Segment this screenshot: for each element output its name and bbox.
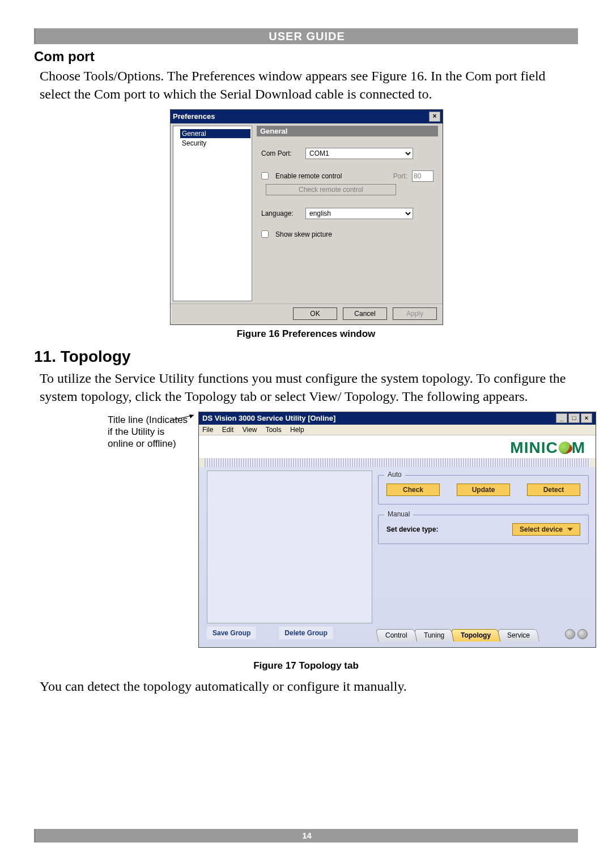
select-device-button[interactable]: Select device — [512, 523, 580, 536]
port-field — [412, 170, 434, 182]
show-skew-checkbox[interactable] — [261, 230, 269, 238]
enable-remote-checkbox[interactable] — [261, 172, 269, 179]
figure-16-caption: Figure 16 Preferences window — [34, 328, 578, 340]
brand-globe-icon — [559, 442, 571, 454]
enable-remote-label: Enable remote control — [275, 172, 342, 180]
auto-legend: Auto — [384, 471, 405, 478]
decoration-stripes — [205, 458, 590, 467]
menubar[interactable]: File Edit View Tools Help — [199, 425, 596, 435]
auto-group: Auto Check Update Detect — [378, 475, 589, 504]
topology-tree-pane[interactable] — [207, 471, 372, 623]
tab-tuning[interactable]: Tuning — [414, 629, 454, 642]
para-com-port: Choose Tools/Options. The Preferences wi… — [40, 67, 572, 104]
menu-view[interactable]: View — [243, 426, 257, 434]
apply-button: Apply — [393, 307, 437, 320]
tab-topology[interactable]: Topology — [451, 629, 501, 642]
set-device-label: Set device type: — [386, 525, 438, 533]
manual-group: Manual Set device type: Select device — [378, 515, 589, 544]
tab-strip: Control Tuning Topology Service — [377, 629, 538, 642]
manual-legend: Manual — [384, 510, 413, 518]
topology-titlebar[interactable]: DS Vision 3000 Service Utility [Online] … — [199, 412, 596, 425]
preferences-title: Preferences — [173, 112, 215, 121]
detect-button[interactable]: Detect — [527, 484, 580, 496]
menu-edit[interactable]: Edit — [222, 426, 234, 434]
heading-topology: 11. Topology — [34, 348, 578, 366]
topology-title: DS Vision 3000 Service Utility [Online] — [202, 414, 335, 422]
preferences-dialog: Preferences × General Security General C… — [170, 109, 443, 325]
close-icon[interactable]: × — [429, 112, 440, 122]
footer-band: 14 — [34, 829, 578, 843]
preferences-tree[interactable]: General Security — [173, 126, 252, 301]
menu-file[interactable]: File — [202, 426, 213, 434]
port-label: Port: — [393, 172, 407, 180]
tree-node-general[interactable]: General — [180, 129, 250, 138]
panel-title-general: General — [257, 126, 438, 136]
check-button[interactable]: Check — [386, 484, 440, 496]
topology-window: DS Vision 3000 Service Utility [Online] … — [198, 412, 596, 648]
tab-service[interactable]: Service — [498, 629, 540, 642]
menu-tools[interactable]: Tools — [266, 426, 282, 434]
menu-help[interactable]: Help — [290, 426, 304, 434]
svg-marker-1 — [189, 414, 194, 418]
callout-title-line: Title line (Indicates if the Utility is … — [108, 414, 193, 450]
com-port-select[interactable]: COM1 — [305, 148, 413, 159]
update-button[interactable]: Update — [457, 484, 510, 496]
com-port-label: Com Port: — [261, 149, 301, 157]
language-label: Language: — [261, 209, 301, 217]
maximize-icon[interactable]: □ — [568, 413, 580, 423]
figure-17-caption: Figure 17 Topology tab — [34, 660, 578, 672]
close-icon[interactable]: × — [581, 413, 592, 423]
header-band: USER GUIDE — [34, 28, 578, 44]
callout-arrow-icon — [170, 413, 198, 424]
tab-control[interactable]: Control — [376, 629, 417, 642]
preferences-titlebar[interactable]: Preferences × — [171, 110, 443, 123]
language-select[interactable]: english — [305, 208, 413, 219]
chevron-down-icon — [567, 528, 573, 531]
show-skew-label: Show skew picture — [275, 230, 332, 238]
minimize-icon[interactable]: _ — [556, 413, 567, 423]
para-topology-intro: To utilize the Service Utility functions… — [40, 369, 572, 406]
nav-prev-icon[interactable] — [565, 629, 575, 639]
cancel-button[interactable]: Cancel — [343, 307, 387, 320]
heading-com-port: Com port — [34, 49, 578, 65]
save-group-button[interactable]: Save Group — [207, 627, 256, 639]
brand-logo: MINICM — [510, 439, 585, 457]
nav-next-icon[interactable] — [577, 629, 588, 639]
ok-button[interactable]: OK — [293, 307, 337, 320]
delete-group-button[interactable]: Delete Group — [279, 627, 333, 639]
tree-node-security[interactable]: Security — [180, 139, 250, 148]
para-topology-detect: You can detect the topology automaticall… — [40, 677, 572, 695]
check-remote-button: Check remote control — [266, 184, 396, 195]
